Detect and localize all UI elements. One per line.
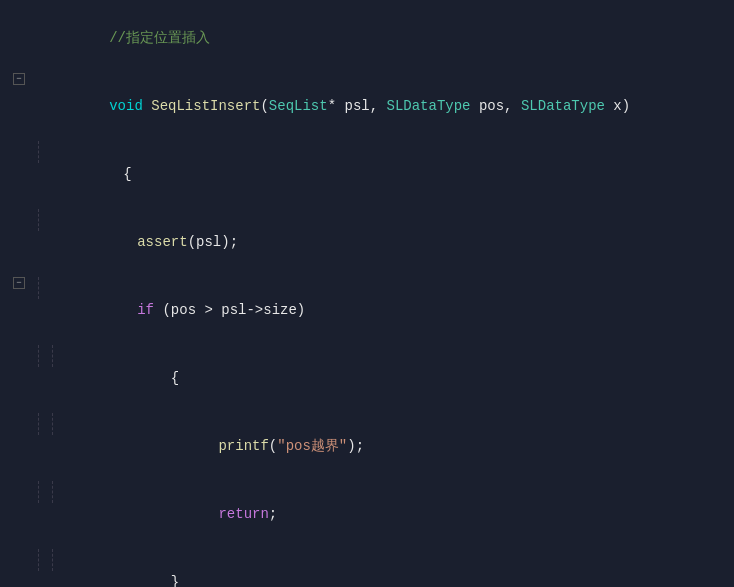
indent-guide xyxy=(38,413,52,435)
indent-guide xyxy=(38,141,52,163)
code-content: void SeqListInsert(SeqList* psl, SLDataT… xyxy=(38,73,734,139)
code-content: } xyxy=(66,549,734,587)
comment-token: //指定位置插入 xyxy=(109,30,210,46)
indent-guide xyxy=(38,277,52,299)
keyword-token: void xyxy=(109,98,151,114)
func-token: assert xyxy=(137,234,187,250)
indent-guide xyxy=(52,481,66,503)
code-token: pos, xyxy=(471,98,521,114)
code-token: (psl); xyxy=(188,234,238,250)
code-token: ); xyxy=(347,438,364,454)
gutter: − xyxy=(0,277,38,289)
code-line: //指定位置插入 xyxy=(0,4,734,72)
func-token: SeqListInsert xyxy=(151,98,260,114)
indent-guide xyxy=(52,413,66,435)
brace-token: { xyxy=(137,370,179,386)
fold-button[interactable]: − xyxy=(13,277,25,289)
indent-guide xyxy=(38,345,52,367)
indent-guide xyxy=(38,549,52,571)
code-content: printf("pos越界"); xyxy=(80,413,734,479)
type-token: SLDataType xyxy=(521,98,605,114)
fold-button[interactable]: − xyxy=(13,73,25,85)
code-content: //指定位置插入 xyxy=(38,5,734,71)
gutter: − xyxy=(0,73,38,85)
type-token: SeqList xyxy=(269,98,328,114)
code-token: ; xyxy=(269,506,277,522)
indent-guide xyxy=(52,345,66,367)
code-content: if (pos > psl->size) xyxy=(66,277,734,343)
code-token: x) xyxy=(605,98,630,114)
brace-token: } xyxy=(137,574,179,587)
indent-guide xyxy=(38,481,52,503)
code-token: (pos > psl xyxy=(154,302,246,318)
code-line: − if (pos > psl->size) xyxy=(0,276,734,344)
type-token: SLDataType xyxy=(386,98,470,114)
code-line: { xyxy=(0,344,734,412)
code-content: return; xyxy=(80,481,734,547)
arrow-token: -> xyxy=(246,302,263,318)
code-content: { xyxy=(52,141,734,207)
brace-token: { xyxy=(123,166,131,182)
code-editor: //指定位置插入 − void SeqListInsert(SeqList* p… xyxy=(0,0,734,587)
paren-token: ( xyxy=(260,98,268,114)
string-token: "pos越界" xyxy=(277,438,347,454)
code-token: size) xyxy=(263,302,305,318)
keyword-token: if xyxy=(137,302,154,318)
code-line: printf("pos越界"); xyxy=(0,412,734,480)
code-content: { xyxy=(66,345,734,411)
code-line: assert(psl); xyxy=(0,208,734,276)
keyword-token: return xyxy=(151,506,269,522)
code-line: } xyxy=(0,548,734,587)
code-content: assert(psl); xyxy=(66,209,734,275)
indent-guide xyxy=(52,549,66,571)
func-token: printf xyxy=(151,438,269,454)
indent-guide xyxy=(38,209,52,231)
code-line: − void SeqListInsert(SeqList* psl, SLDat… xyxy=(0,72,734,140)
code-token: * psl, xyxy=(328,98,387,114)
code-line: { xyxy=(0,140,734,208)
code-token: ( xyxy=(269,438,277,454)
code-line: return; xyxy=(0,480,734,548)
